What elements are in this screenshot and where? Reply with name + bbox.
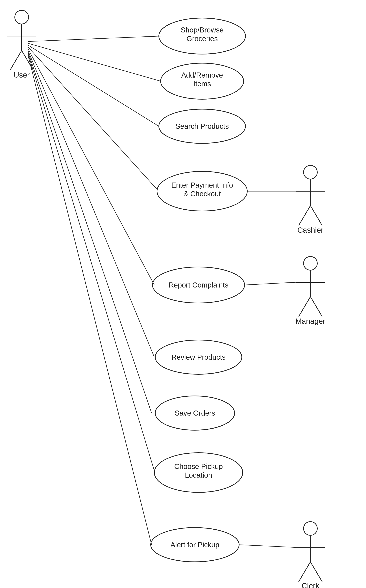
svg-line-18	[299, 562, 310, 582]
svg-line-19	[310, 562, 322, 582]
svg-line-3	[10, 51, 22, 70]
usecase-review-products: Review Products	[155, 340, 242, 374]
usecase-shop-browse: Shop/Browse Groceries	[159, 18, 245, 54]
usecase-choose-pickup: Choose Pickup Location	[154, 453, 243, 492]
actor-user-label: User	[14, 71, 30, 79]
actor-clerk-label: Clerk	[302, 581, 320, 588]
usecase-choose-pickup-label1: Choose Pickup	[174, 462, 223, 470]
usecase-shop-browse-label2: Groceries	[186, 35, 218, 43]
svg-point-10	[304, 256, 317, 270]
usecase-add-remove-label1: Add/Remove	[181, 71, 223, 79]
svg-line-4	[22, 51, 33, 70]
svg-line-14	[310, 297, 322, 317]
use-case-diagram: User Cashier Manager Clerk	[0, 0, 366, 588]
svg-line-8	[299, 206, 310, 225]
line-user-uc6	[28, 51, 154, 357]
line-manager-uc5	[244, 282, 296, 285]
usecase-review-products-label: Review Products	[171, 353, 226, 361]
usecase-report-complaints: Report Complaints	[152, 267, 244, 303]
usecase-payment-label1: Enter Payment Info	[171, 181, 233, 189]
svg-point-5	[304, 165, 317, 179]
usecase-report-complaints-label: Report Complaints	[168, 281, 228, 289]
usecase-add-remove-label2: Items	[193, 80, 211, 88]
actor-manager-label: Manager	[295, 317, 325, 325]
usecase-shop-browse-label1: Shop/Browse	[181, 26, 224, 34]
actor-manager: Manager	[295, 256, 325, 325]
line-user-uc7	[28, 52, 152, 413]
usecase-search-products-label: Search Products	[175, 122, 229, 130]
line-user-uc1	[28, 36, 161, 42]
usecase-alert-pickup: Alert for Pickup	[151, 528, 239, 562]
line-user-uc8	[28, 53, 154, 471]
svg-point-15	[304, 522, 317, 535]
usecase-choose-pickup-label2: Location	[185, 471, 212, 479]
svg-line-9	[310, 206, 322, 225]
actor-cashier: Cashier	[296, 165, 325, 234]
usecase-payment-label2: & Checkout	[183, 190, 221, 198]
actor-cashier-label: Cashier	[297, 226, 324, 234]
usecase-add-remove: Add/Remove Items	[161, 63, 244, 99]
line-user-uc2	[28, 43, 161, 81]
line-clerk-uc9	[239, 545, 296, 547]
usecase-save-orders: Save Orders	[155, 396, 235, 430]
line-user-uc9	[28, 55, 152, 545]
usecase-save-orders-label: Save Orders	[175, 409, 215, 417]
usecase-payment: Enter Payment Info & Checkout	[157, 171, 247, 211]
actor-user: User	[7, 10, 36, 79]
usecase-search-products: Search Products	[159, 109, 245, 143]
actor-clerk: Clerk	[296, 522, 325, 588]
svg-point-0	[15, 10, 29, 24]
usecase-alert-pickup-label: Alert for Pickup	[170, 541, 219, 549]
svg-line-13	[299, 297, 310, 317]
